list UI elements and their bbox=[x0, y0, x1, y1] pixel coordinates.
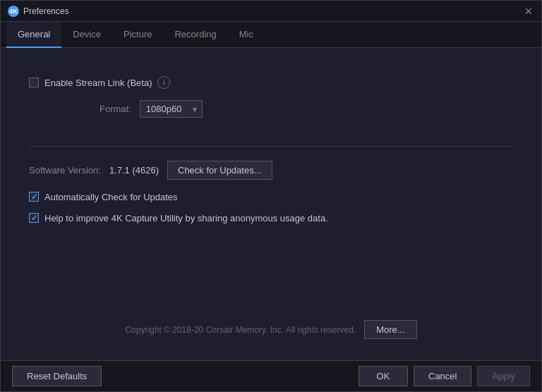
copyright-row: Copyright © 2018-20 Corsair Memory, Inc.… bbox=[125, 320, 416, 339]
bottom-bar: Reset Defaults OK Cancel Apply bbox=[1, 360, 541, 391]
auto-update-label: Automatically Check for Updates bbox=[44, 191, 178, 204]
preferences-window: 4K Preferences ✕ General Device Picture … bbox=[0, 0, 542, 392]
info-icon[interactable]: i bbox=[157, 76, 170, 89]
tab-device[interactable]: Device bbox=[61, 22, 112, 48]
close-button[interactable]: ✕ bbox=[523, 6, 534, 17]
more-button[interactable]: More... bbox=[364, 320, 416, 339]
stream-link-checkbox[interactable] bbox=[29, 78, 39, 87]
improve-row: ✓ Help to improve 4K Capture Utility by … bbox=[29, 212, 513, 225]
version-row: Software Version: 1.7.1 (4626) Check for… bbox=[29, 161, 513, 180]
format-label: Format: bbox=[100, 104, 131, 114]
title-bar: 4K Preferences ✕ bbox=[1, 1, 541, 22]
tab-mic[interactable]: Mic bbox=[228, 22, 265, 48]
stream-link-section: Enable Stream Link (Beta) i Format: 720p… bbox=[29, 62, 513, 139]
check-updates-button[interactable]: Check for Updates... bbox=[167, 161, 272, 180]
auto-update-checkbox[interactable]: ✓ bbox=[29, 192, 39, 202]
tab-picture[interactable]: Picture bbox=[112, 22, 163, 48]
window-title: Preferences bbox=[23, 6, 69, 16]
format-row: Format: 720p30 720p60 1080p30 1080p60 4K… bbox=[29, 100, 513, 118]
version-value: 1.7.1 (4626) bbox=[109, 165, 159, 176]
bottom-right: OK Cancel Apply bbox=[359, 366, 530, 386]
tab-general[interactable]: General bbox=[6, 22, 61, 48]
bottom-left: Reset Defaults bbox=[12, 366, 102, 386]
tab-bar: General Device Picture Recording Mic bbox=[1, 22, 541, 48]
improve-checkbox[interactable]: ✓ bbox=[29, 213, 39, 223]
copyright-text: Copyright © 2018-20 Corsair Memory, Inc.… bbox=[125, 325, 356, 335]
title-bar-left: 4K Preferences bbox=[8, 6, 69, 17]
improve-label: Help to improve 4K Capture Utility by sh… bbox=[44, 212, 328, 225]
divider bbox=[29, 146, 513, 147]
checkmark-icon-2: ✓ bbox=[31, 214, 37, 223]
stream-link-checkbox-container[interactable]: Enable Stream Link (Beta) bbox=[29, 78, 152, 88]
format-select-wrapper: 720p30 720p60 1080p30 1080p60 4K30 4K60 … bbox=[140, 100, 203, 118]
cancel-button[interactable]: Cancel bbox=[414, 366, 471, 386]
checkmark-icon: ✓ bbox=[31, 192, 37, 202]
apply-button[interactable]: Apply bbox=[477, 366, 530, 386]
content-area: Enable Stream Link (Beta) i Format: 720p… bbox=[1, 48, 541, 360]
stream-link-label: Enable Stream Link (Beta) bbox=[44, 78, 152, 88]
format-select[interactable]: 720p30 720p60 1080p30 1080p60 4K30 4K60 bbox=[140, 100, 203, 118]
ok-button[interactable]: OK bbox=[359, 366, 408, 386]
app-icon: 4K bbox=[8, 6, 19, 17]
tab-recording[interactable]: Recording bbox=[163, 22, 227, 48]
stream-link-row: Enable Stream Link (Beta) i bbox=[29, 76, 513, 89]
reset-defaults-button[interactable]: Reset Defaults bbox=[12, 366, 102, 386]
version-label: Software Version: bbox=[29, 165, 101, 176]
footer-section: Copyright © 2018-20 Corsair Memory, Inc.… bbox=[29, 306, 513, 346]
auto-update-row: ✓ Automatically Check for Updates bbox=[29, 191, 513, 204]
